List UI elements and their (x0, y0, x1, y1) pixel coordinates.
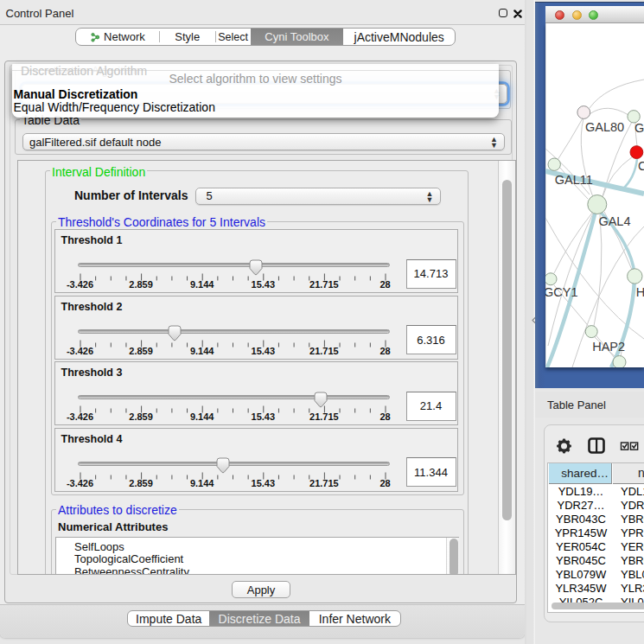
svg-text:GA: GA (634, 121, 644, 135)
svg-text:H: H (636, 285, 644, 299)
svg-text:GAL4: GAL4 (598, 214, 630, 228)
svg-text:GAL11: GAL11 (555, 173, 593, 187)
svg-text:GAL80: GAL80 (585, 120, 624, 134)
svg-text:HAP2: HAP2 (592, 340, 625, 354)
svg-text:GCY1: GCY1 (545, 285, 578, 299)
svg-text:C: C (638, 159, 644, 173)
